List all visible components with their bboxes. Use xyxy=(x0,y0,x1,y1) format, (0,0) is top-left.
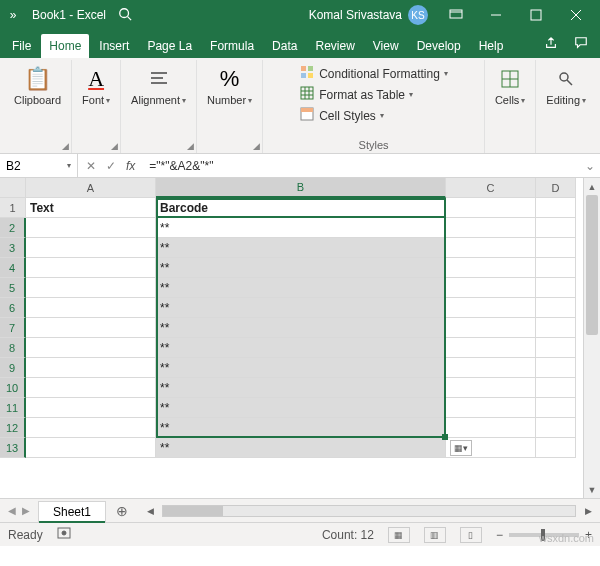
row-header[interactable]: 9 xyxy=(0,358,26,378)
column-header-c[interactable]: C xyxy=(446,178,536,198)
cell[interactable]: ** xyxy=(156,378,446,398)
share-icon[interactable] xyxy=(536,31,566,58)
cell[interactable] xyxy=(26,218,156,238)
row-header[interactable]: 7 xyxy=(0,318,26,338)
cell[interactable] xyxy=(536,278,576,298)
cell[interactable] xyxy=(536,418,576,438)
normal-view-button[interactable]: ▦ xyxy=(388,527,410,543)
comments-icon[interactable] xyxy=(566,31,596,58)
row-header[interactable]: 3 xyxy=(0,238,26,258)
sheet-nav-prev-icon[interactable]: ◀ xyxy=(8,505,16,516)
alignment-launcher-icon[interactable]: ◢ xyxy=(187,141,194,151)
cancel-formula-icon[interactable]: ✕ xyxy=(86,159,96,173)
cell[interactable]: ** xyxy=(156,338,446,358)
cell[interactable] xyxy=(536,258,576,278)
tab-insert[interactable]: Insert xyxy=(91,34,137,58)
tab-page-layout[interactable]: Page La xyxy=(139,34,200,58)
page-layout-view-button[interactable]: ▥ xyxy=(424,527,446,543)
cell[interactable] xyxy=(446,398,536,418)
cell[interactable] xyxy=(536,358,576,378)
fill-handle[interactable] xyxy=(442,434,448,440)
expand-formula-bar-icon[interactable]: ⌄ xyxy=(580,159,600,173)
maximize-button[interactable] xyxy=(516,0,556,30)
number-launcher-icon[interactable]: ◢ xyxy=(253,141,260,151)
row-header[interactable]: 13 xyxy=(0,438,26,458)
cell[interactable] xyxy=(26,438,156,458)
cell[interactable] xyxy=(26,398,156,418)
page-break-view-button[interactable]: ▯ xyxy=(460,527,482,543)
cell[interactable]: ** xyxy=(156,418,446,438)
tab-home[interactable]: Home xyxy=(41,34,89,58)
cell[interactable] xyxy=(26,258,156,278)
cell[interactable] xyxy=(446,258,536,278)
ribbon-display-options-icon[interactable] xyxy=(436,0,476,30)
scroll-left-icon[interactable]: ◀ xyxy=(142,506,158,516)
tab-data[interactable]: Data xyxy=(264,34,305,58)
row-header[interactable]: 1 xyxy=(0,198,26,218)
cell[interactable]: ** xyxy=(156,438,446,458)
clipboard-launcher-icon[interactable]: ◢ xyxy=(62,141,69,151)
cell-styles-button[interactable]: Cell Styles▾ xyxy=(297,106,386,125)
scroll-up-icon[interactable]: ▲ xyxy=(584,178,600,195)
hscroll-thumb[interactable] xyxy=(163,506,223,516)
editing-button[interactable]: Editing▾ xyxy=(544,62,588,110)
cell[interactable] xyxy=(536,378,576,398)
macro-record-icon[interactable] xyxy=(57,526,71,543)
cell[interactable]: ** xyxy=(156,258,446,278)
cell[interactable] xyxy=(26,338,156,358)
cell[interactable] xyxy=(536,338,576,358)
horizontal-scrollbar[interactable]: ◀ ▶ xyxy=(138,505,600,517)
cell[interactable] xyxy=(446,218,536,238)
format-as-table-button[interactable]: Format as Table▾ xyxy=(297,85,415,104)
vertical-scrollbar[interactable]: ▲ ▼ xyxy=(583,178,600,498)
cell[interactable] xyxy=(26,318,156,338)
cells-button[interactable]: Cells▾ xyxy=(493,62,527,110)
number-button[interactable]: % Number▾ xyxy=(205,62,254,110)
quick-access-overflow-icon[interactable]: » xyxy=(4,8,22,22)
cell[interactable] xyxy=(536,438,576,458)
row-header[interactable]: 5 xyxy=(0,278,26,298)
cell[interactable]: ** xyxy=(156,398,446,418)
autofill-options-icon[interactable]: ▦▾ xyxy=(450,440,472,456)
cell[interactable]: ** xyxy=(156,298,446,318)
cell[interactable] xyxy=(26,418,156,438)
row-header[interactable]: 6 xyxy=(0,298,26,318)
row-header[interactable]: 12 xyxy=(0,418,26,438)
cell[interactable] xyxy=(26,278,156,298)
row-header[interactable]: 8 xyxy=(0,338,26,358)
cell[interactable] xyxy=(446,238,536,258)
cell[interactable]: ** xyxy=(156,238,446,258)
cell[interactable] xyxy=(446,338,536,358)
cell[interactable] xyxy=(26,238,156,258)
cell[interactable] xyxy=(536,298,576,318)
cell[interactable] xyxy=(446,378,536,398)
tab-file[interactable]: File xyxy=(4,34,39,58)
cell[interactable] xyxy=(446,298,536,318)
paste-button[interactable]: 📋 Clipboard xyxy=(12,62,63,110)
cell[interactable] xyxy=(536,398,576,418)
row-header[interactable]: 11 xyxy=(0,398,26,418)
cell[interactable] xyxy=(536,318,576,338)
column-header-a[interactable]: A xyxy=(26,178,156,198)
cell[interactable] xyxy=(446,418,536,438)
alignment-button[interactable]: Alignment▾ xyxy=(129,62,188,110)
formula-input[interactable]: ="*"&A2&"*" xyxy=(143,159,580,173)
scroll-right-icon[interactable]: ▶ xyxy=(580,506,596,516)
row-header[interactable]: 4 xyxy=(0,258,26,278)
tab-review[interactable]: Review xyxy=(307,34,362,58)
tab-formulas[interactable]: Formula xyxy=(202,34,262,58)
cell[interactable]: Barcode xyxy=(156,198,446,218)
cell[interactable] xyxy=(446,278,536,298)
cell[interactable]: ** xyxy=(156,278,446,298)
column-header-d[interactable]: D xyxy=(536,178,576,198)
sheet-tab-sheet1[interactable]: Sheet1 xyxy=(38,501,106,522)
tab-view[interactable]: View xyxy=(365,34,407,58)
scroll-down-icon[interactable]: ▼ xyxy=(584,481,600,498)
search-icon[interactable] xyxy=(116,7,134,24)
minimize-button[interactable] xyxy=(476,0,516,30)
close-button[interactable] xyxy=(556,0,596,30)
column-header-b[interactable]: B xyxy=(156,178,446,198)
cell[interactable]: ** xyxy=(156,358,446,378)
row-header[interactable]: 2 xyxy=(0,218,26,238)
cell[interactable] xyxy=(26,298,156,318)
